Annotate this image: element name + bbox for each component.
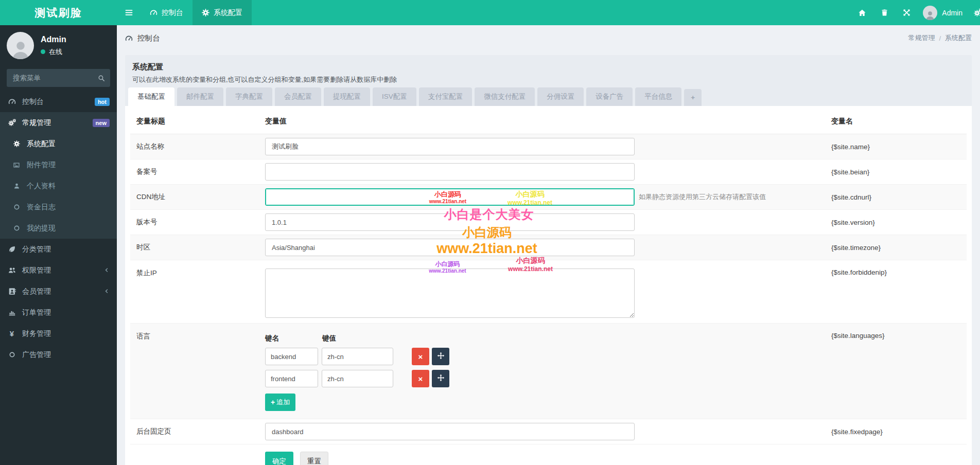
- user-menu[interactable]: Admin: [918, 0, 968, 25]
- sidebar-item-members[interactable]: 会员管理: [0, 281, 117, 302]
- tab-commission-config[interactable]: 分佣设置: [537, 87, 584, 106]
- move-icon: [437, 374, 445, 383]
- sidebar-item-label: 个人资料: [27, 182, 56, 191]
- sidebar-item-my-withdraw[interactable]: 我的提现: [0, 218, 117, 239]
- circle-icon: [12, 225, 21, 231]
- breadcrumb: 常规管理 / 系统配置: [908, 33, 972, 43]
- avatar: [923, 6, 937, 20]
- expand-icon: [903, 9, 911, 16]
- version-input[interactable]: [265, 213, 635, 231]
- sidebar-item-label: 财务管理: [22, 329, 51, 338]
- sidebar-menu: 控制台 hot 常规管理 new 系统配置 附件管理 个人资料 资金日志: [0, 91, 117, 365]
- plus-icon: +: [271, 398, 275, 406]
- leaf-icon: [7, 245, 16, 253]
- move-icon: [437, 352, 445, 361]
- language-key-input[interactable]: [265, 348, 318, 365]
- sidebar-toggle-button[interactable]: [117, 0, 141, 25]
- gear-icon: [202, 9, 209, 16]
- sidebar-item-general[interactable]: 常规管理 new: [0, 112, 117, 133]
- remove-entry-button[interactable]: ×: [412, 370, 429, 387]
- row-label: 禁止IP: [130, 260, 259, 324]
- tab-platform-info[interactable]: 平台信息: [635, 87, 681, 106]
- nav-tab-dashboard[interactable]: 控制台: [141, 0, 192, 25]
- clear-cache-button[interactable]: [873, 0, 896, 25]
- tab-basic-config[interactable]: 基础配置: [128, 87, 174, 106]
- sidebar-item-label: 附件管理: [27, 160, 56, 170]
- add-entry-button[interactable]: + 追加: [265, 394, 295, 411]
- row-label: CDN地址: [130, 185, 259, 210]
- column-header-value: 变量值: [259, 109, 825, 134]
- sidebar-item-money-log[interactable]: 资金日志: [0, 196, 117, 218]
- panel-body: 变量标题 变量值 变量名 站点名称 {$site.name} 备案号 {$sit: [125, 106, 972, 465]
- tab-device-ads[interactable]: 设备广告: [586, 87, 633, 106]
- submit-button[interactable]: 确定: [265, 452, 293, 465]
- tab-dictionary-config[interactable]: 字典配置: [226, 87, 272, 106]
- breadcrumb-link-general[interactable]: 常规管理: [908, 33, 935, 43]
- add-tab-button[interactable]: +: [684, 89, 702, 106]
- settings-button[interactable]: [968, 0, 980, 25]
- table-row: 备案号 {$site.beian}: [130, 159, 967, 185]
- timezone-input[interactable]: [265, 239, 635, 256]
- online-status-label: 在线: [49, 47, 62, 57]
- sidebar-item-orders[interactable]: 订单管理: [0, 302, 117, 323]
- fixed-page-input[interactable]: [265, 423, 635, 440]
- tab-mail-config[interactable]: 邮件配置: [177, 87, 223, 106]
- config-tab-bar: 基础配置 邮件配置 字典配置 会员配置 提现配置 ISV配置 支付宝配置 微信支…: [125, 84, 972, 106]
- tab-withdraw-config[interactable]: 提现配置: [324, 87, 370, 106]
- column-header-title: 变量标题: [130, 109, 259, 134]
- sidebar-item-label: 常规管理: [22, 118, 51, 128]
- site-name-input[interactable]: [265, 138, 635, 155]
- remove-entry-button[interactable]: ×: [412, 348, 429, 365]
- sidebar-item-label: 分类管理: [22, 245, 51, 254]
- table-header-row: 变量标题 变量值 变量名: [130, 109, 967, 134]
- sidebar-item-finance[interactable]: ¥ 财务管理: [0, 323, 117, 344]
- breadcrumb-bar: 控制台 常规管理 / 系统配置: [117, 25, 980, 51]
- sidebar: Admin 在线 控制台 hot 常规管理 new 系统配置: [0, 25, 117, 465]
- tab-isv-config[interactable]: ISV配置: [373, 87, 416, 106]
- search-button[interactable]: [93, 69, 110, 87]
- sidebar-item-label: 我的提现: [27, 224, 56, 233]
- row-label: 站点名称: [130, 134, 259, 159]
- sidebar-item-profile[interactable]: 个人资料: [0, 175, 117, 196]
- sidebar-item-dashboard[interactable]: 控制台 hot: [0, 91, 117, 112]
- trash-icon: [881, 9, 888, 16]
- navbar-right: Admin: [851, 0, 980, 25]
- home-button[interactable]: [851, 0, 873, 25]
- bar-chart-icon: [7, 309, 16, 316]
- move-entry-button[interactable]: [432, 348, 449, 365]
- tab-member-config[interactable]: 会员配置: [275, 87, 321, 106]
- move-entry-button[interactable]: [432, 370, 449, 387]
- beian-input[interactable]: [265, 163, 635, 181]
- chevron-left-icon: [103, 288, 110, 296]
- fullscreen-button[interactable]: [896, 0, 918, 25]
- breadcrumb-current-label: 控制台: [137, 33, 160, 43]
- row-label: 时区: [130, 235, 259, 260]
- hamburger-icon: [125, 8, 133, 17]
- tab-wechatpay-config[interactable]: 微信支付配置: [475, 87, 535, 106]
- sidebar-item-ads[interactable]: 广告管理: [0, 344, 117, 365]
- sidebar-item-auth[interactable]: 权限管理: [0, 260, 117, 281]
- reset-button[interactable]: 重置: [300, 452, 328, 465]
- app-logo[interactable]: 测试刷脸: [0, 0, 117, 25]
- sidebar-item-label: 资金日志: [27, 203, 56, 212]
- sidebar-user-panel: Admin 在线: [0, 25, 117, 64]
- cdn-url-input[interactable]: [265, 188, 635, 206]
- users-icon: [7, 266, 16, 274]
- panel-heading: 系统配置 可以在此增改系统的变量和分组,也可以自定义分组和变量,如果需要删除请从…: [125, 55, 972, 84]
- sidebar-item-label: 控制台: [22, 97, 44, 106]
- tab-alipay-config[interactable]: 支付宝配置: [419, 87, 472, 106]
- row-label: 后台固定页: [130, 419, 259, 444]
- var-name: {$site.fixedpage}: [825, 419, 967, 444]
- badge-hot: hot: [95, 98, 110, 106]
- sidebar-item-system-config[interactable]: 系统配置: [0, 133, 117, 154]
- table-row: 站点名称 {$site.name}: [130, 134, 967, 159]
- breadcrumb-link-system-config[interactable]: 系统配置: [945, 33, 972, 43]
- sidebar-item-attachments[interactable]: 附件管理: [0, 154, 117, 175]
- forbidden-ip-textarea[interactable]: [265, 269, 635, 318]
- breadcrumb-current[interactable]: 控制台: [125, 33, 160, 43]
- language-key-input[interactable]: [265, 370, 318, 387]
- nav-tab-system-config[interactable]: 系统配置: [192, 0, 252, 25]
- language-value-input[interactable]: [322, 370, 393, 387]
- sidebar-item-category[interactable]: 分类管理: [0, 239, 117, 260]
- language-value-input[interactable]: [322, 348, 393, 365]
